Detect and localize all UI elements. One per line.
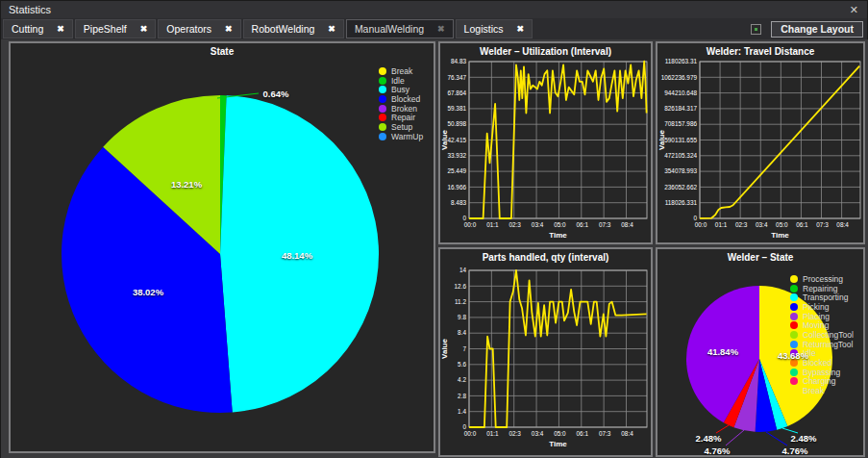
legend-label: Charging [803, 376, 836, 386]
tab-label: Cutting [12, 23, 43, 35]
legend-label: Placing [803, 312, 830, 321]
tab-close-icon[interactable]: ✖ [437, 24, 445, 34]
tab-manualwelding[interactable]: ManualWelding✖ [346, 19, 454, 38]
legend-label: Repair [391, 113, 415, 122]
legend-marker-icon [379, 133, 386, 140]
svg-text:02:3: 02:3 [508, 221, 521, 228]
svg-text:708157.986: 708157.986 [664, 120, 697, 127]
tab-close-icon[interactable]: ✖ [57, 24, 64, 34]
legend-marker-icon [379, 86, 386, 93]
tab-close-icon[interactable]: ✖ [140, 24, 148, 34]
svg-text:00:0: 00:0 [695, 221, 707, 228]
legend-marker-icon [790, 303, 798, 311]
svg-text:7: 7 [462, 345, 466, 352]
legend-marker-icon [790, 369, 798, 376]
layout-toggle-icon[interactable] [751, 24, 761, 35]
svg-text:01:1: 01:1 [715, 221, 728, 228]
tab-label: PipeShelf [84, 23, 127, 35]
legend-label: Idle [391, 76, 405, 86]
svg-text:00:0: 00:0 [464, 221, 477, 228]
legend-marker-icon [790, 285, 798, 293]
svg-text:Time: Time [549, 231, 567, 240]
svg-text:42.415: 42.415 [447, 137, 466, 143]
svg-text:03:4: 03:4 [532, 430, 544, 437]
legend-marker-icon [790, 331, 798, 339]
svg-text:03:4: 03:4 [532, 221, 544, 228]
chart-legend: BreakIdleBusyBlockedBrokenRepairSetupWar… [379, 66, 423, 141]
pie-percent-label: 38.02% [133, 287, 163, 297]
svg-text:8.4: 8.4 [458, 329, 466, 336]
legend-item: Repair [379, 113, 423, 122]
welder-utilization-chart: 84.8376.34767.86459.38150.89842.41533.93… [440, 43, 651, 242]
legend-item: Break [379, 66, 423, 76]
svg-text:Value: Value [657, 130, 666, 150]
svg-text:16.966: 16.966 [447, 184, 466, 191]
legend-marker-icon [379, 114, 386, 121]
legend-marker-icon [790, 275, 798, 283]
svg-text:11.2: 11.2 [455, 298, 466, 305]
svg-text:06:1: 06:1 [796, 221, 808, 228]
svg-text:50.898: 50.898 [447, 120, 466, 127]
svg-text:590131.655: 590131.655 [664, 137, 697, 143]
legend-label: ReturningTool [803, 340, 853, 349]
tab-strip: Cutting✖PipeShelf✖Operators✖RobotWelding… [1, 18, 867, 39]
tab-operators[interactable]: Operators✖ [158, 19, 240, 38]
svg-text:08:4: 08:4 [621, 221, 633, 228]
legend-label: Transporting [803, 293, 848, 302]
legend-marker-icon [790, 293, 798, 301]
window-title: Statistics [9, 4, 51, 15]
svg-text:1.4: 1.4 [458, 408, 466, 415]
legend-label: Moving [803, 320, 829, 330]
tab-label: RobotWelding [252, 23, 315, 35]
svg-text:03:4: 03:4 [756, 221, 768, 228]
tab-cutting[interactable]: Cutting✖ [3, 19, 73, 38]
panel-parts-handled: 1412.611.29.88.475.64.22.81.4000:001:102… [438, 247, 653, 457]
legend-item: Broken [379, 104, 423, 114]
window-close-icon[interactable]: ✕ [850, 4, 858, 16]
tab-close-icon[interactable]: ✖ [225, 24, 233, 34]
svg-text:07:3: 07:3 [599, 221, 611, 228]
svg-text:8.483: 8.483 [451, 199, 466, 206]
tab-logistics[interactable]: Logistics✖ [456, 19, 533, 38]
tab-pipeshelf[interactable]: PipeShelf✖ [75, 19, 157, 38]
svg-text:02:3: 02:3 [508, 430, 521, 437]
svg-text:4.2: 4.2 [458, 376, 466, 383]
svg-text:472105.324: 472105.324 [664, 152, 697, 159]
svg-text:12.6: 12.6 [455, 283, 467, 290]
tab-label: Logistics [464, 23, 504, 35]
panel-state: State BreakIdleBusyBlockedBrokenRepairSe… [9, 41, 435, 453]
svg-text:00:0: 00:0 [464, 430, 477, 437]
chart-title: Welder – Utilization (Interval) [440, 46, 651, 57]
pie-percent-label: 13.21% [171, 179, 202, 190]
legend-label: Picking [803, 302, 829, 312]
pie-percent-label: 0.64% [263, 89, 289, 99]
svg-text:08:4: 08:4 [836, 221, 849, 228]
tab-close-icon[interactable]: ✖ [516, 24, 524, 34]
tab-close-icon[interactable]: ✖ [328, 24, 335, 34]
svg-text:05:0: 05:0 [554, 430, 566, 437]
legend-label: Processing [803, 274, 843, 284]
svg-text:2.8: 2.8 [458, 393, 466, 399]
change-layout-button[interactable]: Change Layout [771, 21, 863, 38]
svg-text:01:1: 01:1 [486, 430, 499, 437]
svg-text:06:1: 06:1 [577, 221, 589, 228]
panel-welder-utilization: 84.8376.34767.86459.38150.89842.41533.93… [438, 41, 653, 244]
svg-text:9.8: 9.8 [458, 314, 466, 320]
svg-text:05:0: 05:0 [554, 221, 566, 228]
legend-item: Busy [379, 85, 423, 94]
legend-item: ReturningTool [790, 340, 854, 349]
svg-text:08:4: 08:4 [621, 430, 633, 437]
chart-title: Welder – State [657, 252, 863, 263]
legend-marker-icon [790, 387, 798, 394]
svg-text:14: 14 [459, 267, 467, 273]
pie-percent-label: 2.48% [696, 433, 722, 444]
pie-percent-label: 2.48% [791, 433, 817, 444]
legend-item: Placing [790, 312, 854, 321]
tab-bar: Cutting✖PipeShelf✖Operators✖RobotWelding… [1, 18, 534, 39]
panel-welder-state: Welder – State ProcessingRepairingTransp… [656, 247, 865, 457]
legend-item: Idle [379, 76, 423, 86]
legend-label: Break [391, 66, 412, 76]
tab-robotwelding[interactable]: RobotWelding✖ [243, 19, 344, 38]
legend-item: CollectingTool [790, 330, 854, 340]
chart-title: Parts handled, qty (interval) [440, 252, 651, 263]
